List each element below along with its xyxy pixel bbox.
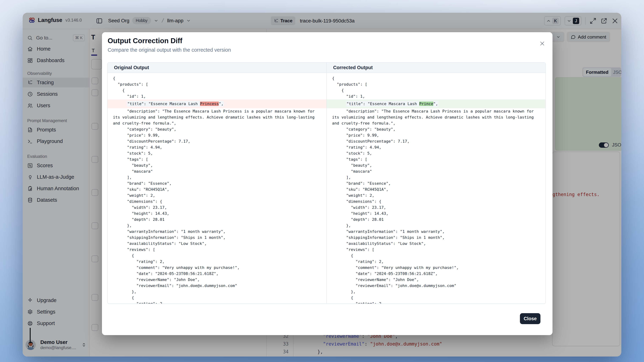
- desktop: Langfuse v3.146.0 Seed Org Hobby / llm-a…: [0, 0, 644, 362]
- diff-line: "reviewerEmail": "john.doe@x.dummyjson.c…: [327, 283, 546, 289]
- diff-line: "mascara": [108, 168, 326, 174]
- diff-line: "beauty",: [108, 162, 326, 168]
- diff-line: "shippingInformation": "Ships in 1 month…: [108, 235, 326, 241]
- diff-line: {: [108, 75, 326, 81]
- diff-line: "rating": 2,: [108, 259, 326, 265]
- diff-line: "width": 23.17,: [108, 205, 326, 211]
- diff-line: "price": 9.99,: [108, 132, 326, 138]
- diff-line: {: [327, 87, 546, 93]
- diff-line: "brand": "Essence",: [108, 180, 326, 186]
- diff-header: Original Output Corrected Output: [108, 63, 546, 73]
- diff-line: "height": 14.43,: [108, 211, 326, 217]
- diff-line: "id": 1,: [327, 93, 546, 99]
- diff-line: "products": [: [108, 81, 326, 87]
- diff-line: ],: [108, 174, 326, 180]
- corrected-output-header: Corrected Output: [326, 63, 546, 72]
- diff-line: {: [327, 295, 546, 301]
- diff-line: "stock": 5,: [108, 150, 326, 156]
- diff-line: {: [327, 253, 546, 259]
- diff-line: "availabilityStatus": "Low Stock",: [108, 241, 326, 247]
- close-button[interactable]: Close: [520, 313, 540, 324]
- diff-line: {: [108, 295, 326, 301]
- app-window: Langfuse v3.146.0 Seed Org Hobby / llm-a…: [23, 13, 621, 357]
- diff-line: "discountPercentage": 7.17,: [327, 138, 546, 144]
- diff-line: "tags": [: [108, 156, 326, 162]
- diff-line: "width": 23.17,: [327, 205, 546, 211]
- diff-line: {: [108, 87, 326, 93]
- diff-line: {: [327, 75, 546, 81]
- modal-close-icon[interactable]: [540, 41, 545, 46]
- diff-line: "category": "beauty",: [108, 126, 326, 132]
- diff-line: {: [108, 253, 326, 259]
- diff-line: "rating": 4.94,: [327, 144, 546, 150]
- diff-line: "products": [: [327, 81, 546, 87]
- diff-line: "sku": "RCH45Q1A",: [327, 186, 546, 193]
- diff-line: ],: [327, 174, 546, 180]
- diff-line: "dimensions": {: [108, 199, 326, 205]
- diff-line: "weight": 2,: [108, 193, 326, 199]
- diff-line: "stock": 5,: [327, 150, 546, 156]
- diff-line: "reviews": [: [327, 247, 546, 253]
- diff-added-word: Prince: [419, 102, 433, 106]
- diff-line: "id": 1,: [108, 93, 326, 99]
- diff-line: "depth": 28.01: [327, 217, 546, 223]
- diff-line: "tags": [: [327, 156, 546, 162]
- diff-line: "brand": "Essence",: [327, 180, 546, 186]
- diff-line: "date": "2024-05-23T08:56:21.618Z",: [108, 271, 326, 277]
- diff-table: Original Output Corrected Output { "prod…: [107, 62, 546, 304]
- diff-line: },: [327, 289, 546, 295]
- diff-line: "rating": 2,: [327, 259, 546, 265]
- diff-line: "rating": 2,: [108, 301, 326, 304]
- diff-line: "availabilityStatus": "Low Stock",: [327, 241, 546, 247]
- diff-line: "sku": "RCH45Q1A",: [108, 186, 326, 193]
- diff-line: "price": 9.99,: [327, 132, 546, 138]
- diff-line: "dimensions": {: [327, 199, 546, 205]
- output-correction-diff-modal: Output Correction Diff Compare the origi…: [102, 32, 552, 335]
- diff-line: "warrantyInformation": "1 month warranty…: [327, 229, 546, 235]
- diff-line: "beauty",: [327, 162, 546, 168]
- diff-line: "description": "The Essence Mascara Lash…: [108, 108, 326, 126]
- diff-line: "reviewerEmail": "john.doe@x.dummyjson.c…: [108, 283, 326, 289]
- diff-body: { "products": [ { "id": 1, "title": "Ess…: [108, 73, 546, 304]
- diff-line: "reviewerName": "John Doe",: [327, 277, 546, 283]
- diff-line: "comment": "Very unhappy with my purchas…: [327, 265, 546, 271]
- modal-title: Output Correction Diff: [108, 37, 182, 45]
- diff-line: "height": 14.43,: [327, 211, 546, 217]
- diff-line: "description": "The Essence Mascara Lash…: [327, 108, 546, 126]
- diff-line: },: [327, 223, 546, 229]
- diff-removed-word: Princess: [200, 102, 219, 106]
- original-output-panel[interactable]: { "products": [ { "id": 1, "title": "Ess…: [108, 73, 326, 304]
- diff-line: },: [108, 289, 326, 295]
- diff-line: "comment": "Very unhappy with my purchas…: [108, 265, 326, 271]
- diff-line: "discountPercentage": 7.17,: [108, 138, 326, 144]
- diff-line: "shippingInformation": "Ships in 1 month…: [327, 235, 546, 241]
- diff-removed-line: "title": "Essence Mascara Lash Princess"…: [108, 99, 326, 108]
- diff-line: "category": "beauty",: [327, 126, 546, 132]
- diff-added-line: "title": "Essence Mascara Lash Prince",: [327, 99, 546, 108]
- diff-line: "reviewerName": "John Doe",: [108, 277, 326, 283]
- diff-line: "depth": 28.01: [108, 217, 326, 223]
- diff-line: "rating": 4.94,: [108, 144, 326, 150]
- diff-line: },: [108, 223, 326, 229]
- diff-line: "weight": 2,: [327, 193, 546, 199]
- corrected-output-panel[interactable]: { "products": [ { "id": 1, "title": "Ess…: [326, 73, 546, 304]
- diff-line: "reviews": [: [108, 247, 326, 253]
- modal-subtitle: Compare the original output with the cor…: [108, 47, 231, 53]
- diff-line: "warrantyInformation": "1 month warranty…: [108, 229, 326, 235]
- diff-line: "mascara": [327, 168, 546, 174]
- diff-line: "rating": 2,: [327, 301, 546, 304]
- original-output-header: Original Output: [108, 63, 326, 72]
- diff-line: "date": "2024-05-23T08:56:21.618Z",: [327, 271, 546, 277]
